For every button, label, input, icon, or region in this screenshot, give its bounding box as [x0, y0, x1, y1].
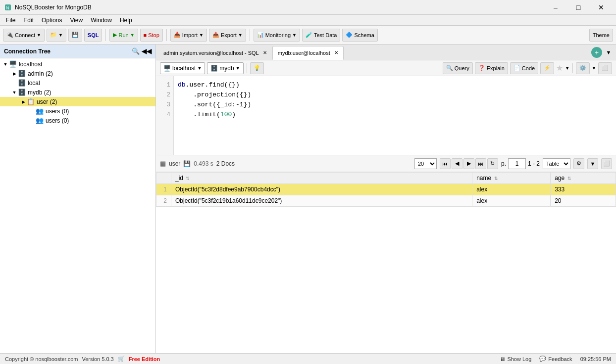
- maximize-button[interactable]: □: [567, 0, 589, 15]
- menu-edit[interactable]: Edit: [19, 16, 38, 25]
- tab-label-system-version: admin:system.version@localhost - SQL: [163, 50, 259, 56]
- menu-options[interactable]: Options: [38, 16, 66, 25]
- view-mode-selector[interactable]: Table JSON Tree: [543, 158, 570, 169]
- snippets-icon: ⚡: [544, 65, 551, 71]
- app-icon: N: [4, 3, 12, 11]
- connection-selector[interactable]: 🖥️ localhost ▼: [160, 62, 205, 74]
- expand-icon-user: ▶: [20, 99, 27, 104]
- explain-button[interactable]: ❓ Explain: [475, 62, 508, 74]
- prev-page-button[interactable]: ◀: [452, 158, 462, 169]
- db-icon-mydb: 🗄️: [18, 89, 26, 96]
- server-icon-small: 🖥️: [163, 65, 171, 72]
- pagination: ⏮ ◀ ▶ ⏭ ↻: [440, 158, 498, 169]
- run-button[interactable]: ▶ Run ▼: [109, 29, 138, 42]
- open-button[interactable]: 📁 ▼: [47, 29, 66, 42]
- query-button[interactable]: 🔍 Query: [443, 62, 473, 74]
- intellisense-button[interactable]: 💡: [250, 62, 264, 74]
- copyright-text: Copyright © nosqlbooster.com: [5, 356, 78, 362]
- monitoring-dropdown-arrow: ▼: [292, 33, 297, 38]
- connect-button[interactable]: 🔌 Connect ▼: [3, 29, 45, 42]
- cell-name: alex: [472, 195, 551, 207]
- tree-label-admin: admin (2): [28, 70, 53, 77]
- feedback-button[interactable]: 💬 Feedback: [539, 356, 572, 362]
- line-num-1: 1: [156, 80, 173, 90]
- page-size-select-input[interactable]: 20 50 100 200: [414, 158, 437, 169]
- tree-node-user[interactable]: ▶ 📋 user (2): [0, 97, 155, 106]
- tree-node-mydb[interactable]: ▼ 🗄️ mydb (2): [0, 88, 155, 97]
- th-age[interactable]: age ⇅: [551, 173, 616, 184]
- results-settings-button[interactable]: ⚙: [573, 158, 584, 169]
- main-content: Connection Tree 🔍 ◀◀ ▼ 🖥️ localhost ▶ 🗄️…: [0, 45, 616, 353]
- menu-view[interactable]: View: [66, 16, 87, 25]
- menu-help[interactable]: Help: [116, 16, 136, 25]
- table-row[interactable]: 2 ObjectId("5c3f2c19b1a60d11dc9ce202") a…: [156, 195, 616, 207]
- line-num-4: 4: [156, 110, 173, 120]
- database-selector[interactable]: 🗄️ mydb ▼: [207, 62, 243, 74]
- new-tab-button[interactable]: +: [591, 47, 602, 58]
- tree-search-button[interactable]: 🔍: [132, 47, 140, 55]
- tree-node-users2[interactable]: ▶ 👥 users (0): [0, 116, 155, 125]
- query-icon: 🔍: [446, 65, 453, 71]
- show-log-button[interactable]: 🖥 Show Log: [500, 356, 531, 362]
- tab-dropdown-button[interactable]: ▼: [603, 47, 614, 58]
- fullscreen-icon: ⬜: [602, 65, 609, 71]
- server-icon: 🖥️: [9, 60, 17, 68]
- tree-node-admin[interactable]: ▶ 🗄️ admin (2): [0, 69, 155, 78]
- bookmark-dropdown-arrow[interactable]: ▼: [565, 66, 569, 71]
- code-button[interactable]: 📄 Code: [510, 62, 538, 74]
- tab-close-mydb-user[interactable]: ✕: [334, 50, 338, 55]
- tree-node-users1[interactable]: ▶ 👥 users (0): [0, 106, 155, 116]
- snippets-button[interactable]: ⚡: [540, 62, 554, 74]
- table-row[interactable]: 1 ObjectId("5c3f2d8dfee9ab7900cb4dcc") a…: [156, 184, 616, 195]
- results-more-button[interactable]: ▼: [587, 158, 598, 169]
- tab-close-system-version[interactable]: ✕: [263, 50, 267, 55]
- statusbar-left: Copyright © nosqlbooster.com Version 5.0…: [5, 356, 160, 362]
- settings-button[interactable]: ⚙️: [576, 62, 590, 74]
- tree-node-localhost[interactable]: ▼ 🖥️ localhost: [0, 59, 155, 69]
- tree-node-local[interactable]: ▶ 🗄️ local: [0, 78, 155, 88]
- monitoring-icon: 📊: [257, 32, 264, 38]
- code-line-4: .limit(100): [178, 110, 612, 120]
- page-number-input[interactable]: [508, 158, 526, 169]
- tree-label-user: user (2): [37, 98, 57, 105]
- tab-system-version[interactable]: admin:system.version@localhost - SQL ✕: [158, 46, 272, 60]
- tree-collapse-button[interactable]: ◀◀: [142, 47, 152, 55]
- test-data-button[interactable]: 🧪 Test Data: [302, 29, 340, 42]
- expand-icon-mydb: ▼: [11, 90, 18, 95]
- first-page-button[interactable]: ⏮: [440, 158, 451, 169]
- fullscreen-button[interactable]: ⬜: [598, 62, 612, 74]
- main-toolbar: 🔌 Connect ▼ 📁 ▼ 💾 SQL ▶ Run ▼ ■ Stop 📥 I…: [0, 26, 616, 45]
- menu-file[interactable]: File: [2, 16, 19, 25]
- connection-dropdown-arrow: ▼: [197, 66, 202, 71]
- close-button[interactable]: ✕: [590, 0, 612, 15]
- export-button[interactable]: 📤 Export ▼: [209, 29, 246, 42]
- refresh-button[interactable]: ↻: [487, 158, 498, 169]
- line-num-2: 2: [156, 90, 173, 100]
- import-button[interactable]: 📥 Import ▼: [170, 29, 207, 42]
- next-page-button[interactable]: ▶: [463, 158, 474, 169]
- settings-dropdown-arrow[interactable]: ▼: [592, 66, 596, 71]
- code-content[interactable]: db.user.find({}) .projection({}) .sort({…: [174, 76, 616, 155]
- last-page-button[interactable]: ⏭: [475, 158, 486, 169]
- stop-button[interactable]: ■ Stop: [140, 29, 163, 42]
- sql-button[interactable]: SQL: [84, 29, 103, 42]
- results-export-button[interactable]: ⬜: [601, 158, 612, 169]
- cell-id: ObjectId("5c3f2d8dfee9ab7900cb4dcc"): [171, 184, 472, 195]
- view-mode-select-input[interactable]: Table JSON Tree: [543, 158, 570, 169]
- page-size-selector[interactable]: 20 50 100 200: [414, 158, 437, 169]
- results-table-name: user: [169, 160, 180, 167]
- th-name[interactable]: name ⇅: [472, 173, 551, 184]
- tree-label-local: local: [28, 80, 40, 87]
- cell-id: ObjectId("5c3f2c19b1a60d11dc9ce202"): [171, 195, 472, 207]
- schema-icon: 🔷: [346, 32, 353, 38]
- code-editor[interactable]: 1 2 3 4 db.user.find({}) .projection({})…: [156, 76, 616, 155]
- save-button[interactable]: 💾: [68, 29, 82, 42]
- tab-mydb-user[interactable]: mydb:user@localhost ✕: [272, 46, 344, 60]
- menu-window[interactable]: Window: [87, 16, 116, 25]
- theme-button[interactable]: Theme: [589, 29, 613, 42]
- th-id[interactable]: _id ⇅: [171, 173, 472, 184]
- bookmark-button[interactable]: ★: [556, 63, 563, 73]
- minimize-button[interactable]: –: [545, 0, 566, 15]
- monitoring-button[interactable]: 📊 Monitoring ▼: [254, 29, 300, 42]
- schema-button[interactable]: 🔷 Schema: [342, 29, 377, 42]
